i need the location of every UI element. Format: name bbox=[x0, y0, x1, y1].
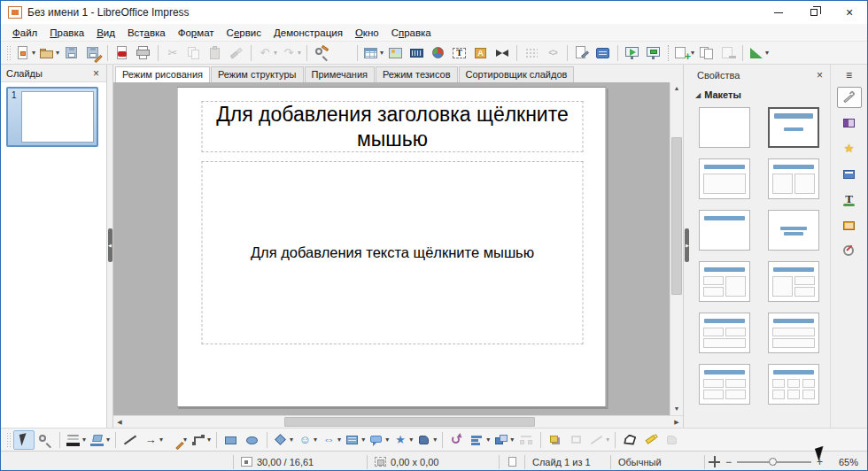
slides-panel-close-icon[interactable]: × bbox=[91, 68, 101, 79]
vertical-scrollbar[interactable]: ▲ ▼ bbox=[670, 82, 683, 415]
edit-points-button[interactable] bbox=[619, 430, 640, 450]
align-objects-button[interactable]: ▾ bbox=[468, 430, 492, 450]
dropdown-arrow-icon[interactable]: ▾ bbox=[361, 436, 365, 444]
menu-edit[interactable]: Правка bbox=[43, 26, 90, 40]
menu-insert[interactable]: Вставка bbox=[121, 26, 172, 40]
fit-slide-icon[interactable] bbox=[709, 456, 720, 467]
dropdown-arrow-icon[interactable]: ▾ bbox=[183, 436, 187, 444]
dropdown-arrow-icon[interactable]: ▾ bbox=[486, 436, 490, 444]
master-slide-button[interactable] bbox=[571, 43, 593, 63]
dropdown-arrow-icon[interactable]: ▾ bbox=[337, 436, 341, 444]
layout-content-over-content[interactable] bbox=[768, 313, 819, 353]
display-views-button[interactable] bbox=[593, 43, 614, 63]
slide-thumbnail-1[interactable]: 1 bbox=[6, 87, 98, 147]
new-button[interactable]: ▾ bbox=[13, 43, 37, 63]
layout-two-content-left-content-right[interactable] bbox=[699, 261, 750, 302]
start-from-first-slide-button[interactable] bbox=[622, 43, 643, 63]
rotate-button[interactable] bbox=[446, 430, 468, 450]
spelling-button[interactable] bbox=[332, 43, 353, 63]
dropdown-arrow-icon[interactable]: ▾ bbox=[314, 436, 317, 444]
sidebar-close-icon[interactable]: × bbox=[815, 70, 825, 81]
layout-two-content-over-content[interactable] bbox=[699, 313, 750, 353]
close-button[interactable]: × bbox=[832, 1, 867, 24]
dropdown-arrow-icon[interactable]: ▾ bbox=[56, 49, 59, 57]
layout-six-content[interactable] bbox=[768, 364, 819, 405]
save-as-button[interactable] bbox=[82, 43, 104, 63]
layout-blank[interactable] bbox=[699, 107, 750, 148]
basic-shapes-button[interactable]: ▾ bbox=[271, 430, 295, 450]
start-from-current-slide-button[interactable] bbox=[643, 43, 664, 63]
menu-tools[interactable]: Сервис bbox=[221, 26, 267, 40]
toolbar-grip[interactable] bbox=[6, 432, 11, 448]
open-button[interactable]: ▾ bbox=[37, 43, 61, 63]
body-placeholder[interactable]: Для добавления текста щёлкните мышью bbox=[202, 161, 584, 344]
dropdown-arrow-icon[interactable]: ▾ bbox=[606, 436, 609, 444]
layout-content-left-two-content-right[interactable] bbox=[768, 261, 819, 302]
scroll-right-icon[interactable]: ▶ bbox=[670, 416, 683, 428]
title-placeholder[interactable]: Для добавления заголовка щёлкните мышью bbox=[202, 101, 584, 152]
vertical-scroll-thumb[interactable] bbox=[671, 137, 682, 295]
glue-points-tool-button[interactable] bbox=[640, 430, 662, 450]
sidebar-splitter[interactable] bbox=[683, 65, 690, 428]
print-button[interactable] bbox=[133, 43, 154, 63]
zoom-slider[interactable] bbox=[737, 461, 811, 463]
status-object-size[interactable]: 0,00 x 0,00 bbox=[368, 452, 499, 471]
connector-button[interactable]: ▾ bbox=[189, 430, 213, 450]
sidebar-tab-animation[interactable]: ★ bbox=[837, 138, 862, 159]
horizontal-scrollbar[interactable]: ◀ ▶ bbox=[113, 415, 683, 428]
dropdown-arrow-icon[interactable]: ▾ bbox=[82, 436, 86, 444]
dropdown-arrow-icon[interactable]: ▾ bbox=[298, 49, 301, 57]
view-tab-sorter[interactable]: Сортировщик слайдов bbox=[459, 66, 575, 82]
section-collapse-icon[interactable]: ◢ bbox=[695, 91, 701, 99]
menu-view[interactable]: Вид bbox=[90, 26, 121, 40]
star-shapes-button[interactable]: ★▾ bbox=[391, 430, 415, 450]
view-tab-drawing[interactable]: Режим рисования bbox=[115, 66, 210, 83]
line-ends-arrow-button[interactable]: →▾ bbox=[141, 430, 165, 450]
slide-canvas[interactable]: Для добавления заголовка щёлкните мышью … bbox=[113, 82, 670, 415]
dropdown-arrow-icon[interactable]: ▾ bbox=[106, 436, 110, 444]
sidebar-menu-icon[interactable]: ≡ bbox=[839, 67, 860, 83]
flowchart-shapes-button[interactable]: ▾ bbox=[343, 430, 367, 450]
view-tab-handout[interactable]: Режим тезисов bbox=[376, 66, 458, 82]
insert-fontwork-button[interactable]: A bbox=[470, 43, 492, 63]
view-tab-outline[interactable]: Режим структуры bbox=[211, 66, 304, 82]
sidebar-splitter-grip[interactable] bbox=[685, 228, 689, 262]
dropdown-arrow-icon[interactable]: ▾ bbox=[409, 436, 413, 444]
scroll-up-icon[interactable]: ▲ bbox=[670, 82, 683, 95]
status-slide-style[interactable]: Обычный bbox=[611, 452, 704, 471]
slide[interactable]: Для добавления заголовка щёлкните мышью … bbox=[177, 87, 607, 407]
save-button[interactable] bbox=[61, 43, 82, 63]
menu-format[interactable]: Формат bbox=[172, 26, 221, 40]
status-slide-number[interactable]: Слайд 1 из 1 bbox=[525, 452, 610, 471]
curve-button[interactable]: ▾ bbox=[165, 430, 189, 450]
layout-title-slide[interactable] bbox=[768, 107, 819, 148]
insert-textbox-button[interactable]: T bbox=[449, 43, 470, 63]
slides-panel-splitter[interactable] bbox=[107, 65, 113, 428]
insert-hyperlink-button[interactable] bbox=[492, 43, 513, 63]
layouts-section-header[interactable]: ◢ Макеты bbox=[690, 86, 830, 104]
symbol-shapes-button[interactable]: ☺▾ bbox=[295, 430, 319, 450]
toolbar-grip[interactable] bbox=[6, 45, 11, 61]
status-cursor-position[interactable]: 30,00 / 16,61 bbox=[234, 452, 367, 471]
view-tab-notes[interactable]: Примечания bbox=[305, 66, 376, 82]
callout-shapes-button[interactable]: ▾ bbox=[367, 430, 391, 450]
layout-title-only[interactable] bbox=[699, 210, 750, 251]
menu-help[interactable]: Справка bbox=[385, 26, 438, 40]
restore-button[interactable] bbox=[796, 1, 832, 24]
sidebar-tab-slide-transition[interactable] bbox=[837, 112, 862, 134]
sidebar-tab-gallery[interactable] bbox=[837, 215, 862, 236]
scroll-down-icon[interactable]: ▼ bbox=[670, 403, 683, 415]
status-modified-indicator[interactable] bbox=[500, 452, 524, 471]
ellipse-button[interactable] bbox=[242, 430, 263, 450]
dropdown-arrow-icon[interactable]: ▾ bbox=[290, 436, 293, 444]
insert-line-button[interactable] bbox=[120, 430, 141, 450]
fill-style-button[interactable]: ▾ bbox=[88, 430, 112, 450]
dropdown-arrow-icon[interactable]: ▾ bbox=[510, 436, 514, 444]
layout-title-content[interactable] bbox=[699, 158, 750, 199]
horizontal-scroll-thumb[interactable] bbox=[284, 417, 535, 427]
dropdown-arrow-icon[interactable]: ▾ bbox=[385, 436, 389, 444]
insert-table-button[interactable]: ▾ bbox=[361, 43, 385, 63]
zoom-tool-button[interactable] bbox=[35, 430, 56, 450]
zoom-percent[interactable]: 65% bbox=[828, 457, 858, 467]
zoom-slider-knob[interactable] bbox=[769, 458, 777, 466]
